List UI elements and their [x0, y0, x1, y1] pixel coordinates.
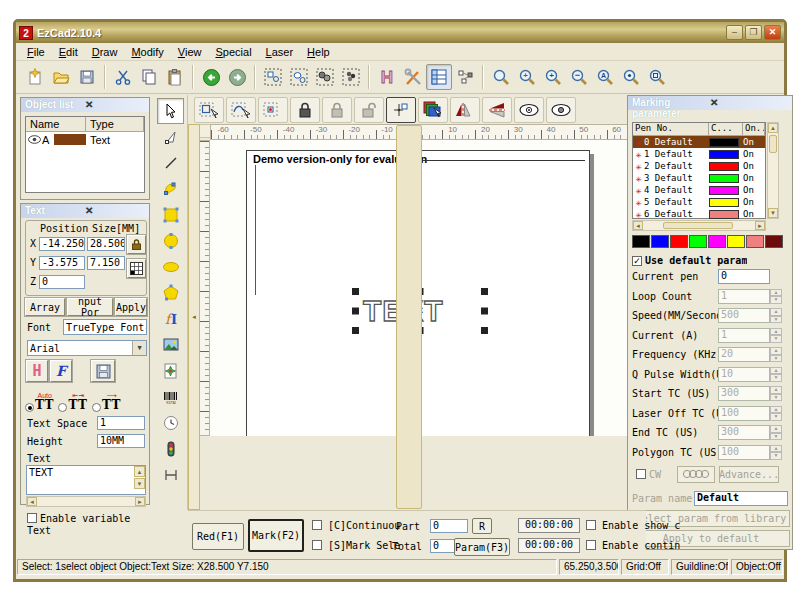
zoom-out-icon[interactable]: − — [566, 64, 592, 90]
object-list-titlebar[interactable]: Object list ✕ — [21, 98, 149, 112]
hscroll-thumb[interactable] — [396, 125, 422, 509]
scroll-up-icon[interactable]: ▲ — [134, 466, 145, 477]
enable-show-checkbox[interactable] — [586, 520, 596, 530]
param-field[interactable]: 300 — [718, 425, 770, 440]
paste-icon[interactable] — [162, 64, 188, 90]
preview-all-eye-icon[interactable] — [546, 97, 576, 123]
param-field[interactable]: 500 — [718, 308, 770, 323]
x-size-field[interactable]: 28.500 — [87, 237, 125, 251]
redo-icon[interactable] — [224, 64, 250, 90]
pen-row[interactable]: ✳2 DefaultOn — [633, 160, 765, 172]
color-swatch[interactable] — [632, 235, 650, 248]
circle-tool[interactable] — [157, 228, 184, 254]
tools-icon[interactable] — [400, 64, 426, 90]
spinner-icon[interactable]: ▲▼ — [770, 289, 782, 304]
column-header-type[interactable]: Type — [86, 117, 144, 131]
variable-text-option[interactable]: Enable variable Text — [27, 512, 149, 536]
polygon-tool[interactable] — [157, 280, 184, 306]
array-button[interactable]: Array — [25, 298, 65, 316]
use-default-checkbox[interactable]: ✓ — [632, 256, 642, 266]
column-header-name[interactable]: Name — [26, 117, 86, 131]
enable-continue-checkbox[interactable] — [586, 540, 596, 550]
param-field[interactable]: 10 — [718, 367, 770, 382]
mark-button[interactable]: Mark(F2) — [248, 519, 304, 552]
rings-icon[interactable] — [677, 466, 715, 483]
spinner-icon[interactable]: ▲▼ — [770, 347, 782, 362]
mirror-vertical-icon[interactable] — [482, 97, 512, 123]
param-name-field[interactable]: Default — [694, 491, 788, 506]
close-icon[interactable]: ✕ — [85, 99, 145, 111]
text-panel-titlebar[interactable]: Text ✕ — [21, 204, 149, 218]
radio-fixed-spacing[interactable] — [92, 403, 101, 412]
hscroll-thumb[interactable] — [663, 222, 733, 229]
z-position-field[interactable]: 0 — [39, 275, 85, 289]
menu-edit[interactable]: Edit — [52, 44, 85, 60]
param-field[interactable]: 100 — [718, 445, 770, 460]
param-field[interactable]: 1 — [718, 328, 770, 343]
title-bar[interactable]: 2 EzCad2.10.4 – ❐ ✕ — [16, 22, 784, 43]
bitmap-tool[interactable] — [157, 332, 184, 358]
chevron-down-icon[interactable]: ▼ — [132, 341, 146, 355]
status-grid[interactable]: Grid:Off — [621, 559, 669, 575]
hatch-text-button[interactable]: H — [26, 360, 48, 382]
select-node-icon[interactable] — [194, 97, 224, 123]
param-field[interactable]: 20 — [718, 347, 770, 362]
color-swatch[interactable] — [727, 235, 745, 248]
group-icon[interactable] — [338, 64, 364, 90]
mark-selected-option[interactable]: [S]Mark Sele — [312, 540, 400, 551]
lock-aspect-button[interactable] — [127, 235, 146, 254]
variable-text-checkbox[interactable] — [27, 513, 37, 523]
menu-help[interactable]: Help — [300, 44, 337, 60]
y-size-field[interactable]: 7.150 — [87, 256, 125, 270]
lock-icon[interactable] — [290, 97, 320, 123]
resize-handle[interactable] — [352, 327, 359, 334]
scroll-right-icon[interactable]: ► — [135, 497, 145, 506]
param-field[interactable]: 0 — [718, 269, 770, 284]
hatch-icon[interactable]: H — [374, 64, 400, 90]
lock-disabled-icon[interactable] — [322, 97, 352, 123]
select-curve-icon[interactable] — [226, 97, 256, 123]
new-icon[interactable] — [22, 64, 48, 90]
delay-clock-tool[interactable] — [157, 410, 184, 436]
reset-count-button[interactable]: R — [472, 518, 492, 534]
menu-laser[interactable]: Laser — [259, 44, 301, 60]
param-field[interactable]: 300 — [718, 386, 770, 401]
menu-draw[interactable]: Draw — [85, 44, 125, 60]
scroll-up-icon[interactable]: ▲ — [768, 123, 778, 133]
select-tool[interactable] — [157, 98, 184, 124]
param-field[interactable]: 100 — [718, 406, 770, 421]
save-icon[interactable] — [74, 64, 100, 90]
radio-char-spacing[interactable] — [58, 403, 67, 412]
spinner-icon[interactable]: ▲▼ — [770, 328, 782, 343]
advance-button[interactable]: Advance... — [719, 466, 779, 483]
text-content-area[interactable]: TEXT ▲ ▼ — [26, 465, 146, 495]
text-hscrollbar[interactable]: ◄ ► — [26, 496, 146, 507]
pen-row[interactable]: ✳3 DefaultOn — [633, 172, 765, 184]
close-icon[interactable]: ✕ — [710, 97, 788, 109]
barcode-tool[interactable]: 91734 — [157, 384, 184, 410]
select-point-icon[interactable] — [258, 97, 288, 123]
rectangle-tool[interactable] — [157, 202, 184, 228]
zoom-in-icon[interactable]: + — [540, 64, 566, 90]
enable-continue-option[interactable]: Enable contin — [586, 540, 680, 551]
mirror-horizontal-icon[interactable] — [450, 97, 480, 123]
color-swatch[interactable] — [746, 235, 764, 248]
menu-special[interactable]: Special — [208, 44, 258, 60]
close-icon[interactable]: ✕ — [85, 205, 145, 217]
object-row[interactable]: A Text — [26, 132, 144, 147]
vscroll-thumb[interactable] — [769, 135, 777, 153]
cut-icon[interactable] — [110, 64, 136, 90]
scroll-left-icon[interactable]: ◄ — [633, 221, 643, 230]
font-name-dropdown[interactable]: Arial▼ — [27, 340, 147, 356]
spinner-icon[interactable]: ▲▼ — [770, 308, 782, 323]
input-port-button[interactable]: nput Por — [67, 298, 113, 316]
text-space-field[interactable]: 1 — [97, 416, 145, 430]
color-swatch[interactable] — [708, 235, 726, 248]
preview-eye-icon[interactable] — [514, 97, 544, 123]
copy-icon[interactable] — [136, 64, 162, 90]
vector-file-tool[interactable] — [157, 358, 184, 384]
scroll-right-icon[interactable]: ► — [755, 221, 765, 230]
color-swatch[interactable] — [689, 235, 707, 248]
menu-view[interactable]: View — [171, 44, 209, 60]
spinner-icon[interactable]: ▲▼ — [770, 386, 782, 401]
